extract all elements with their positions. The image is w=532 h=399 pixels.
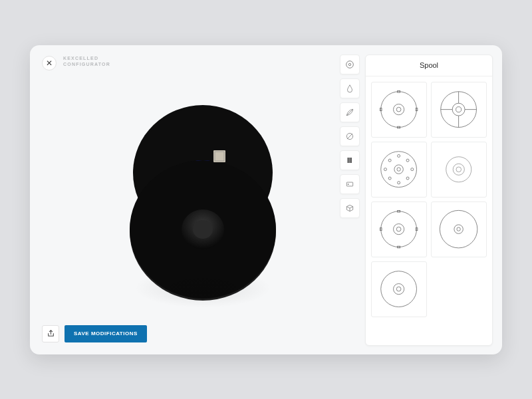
svg-point-14 — [348, 184, 349, 185]
svg-point-33 — [398, 182, 400, 184]
category-label[interactable] — [340, 174, 360, 194]
spool-option[interactable] — [371, 82, 427, 138]
svg-point-40 — [446, 156, 471, 182]
svg-point-39 — [406, 177, 409, 180]
svg-point-52 — [457, 227, 460, 231]
spool-icon — [344, 59, 355, 70]
svg-rect-13 — [346, 182, 352, 186]
config-sidebar: Spool — [340, 55, 493, 346]
options-panel: Spool — [365, 55, 493, 346]
close-button[interactable]: ✕ — [42, 56, 57, 70]
box-icon — [345, 203, 354, 213]
spool-option[interactable] — [371, 142, 427, 198]
category-material[interactable] — [340, 102, 360, 122]
svg-point-16 — [394, 104, 404, 114]
category-color[interactable] — [340, 78, 360, 98]
product-viewer[interactable] — [96, 92, 309, 305]
svg-line-12 — [347, 133, 352, 138]
svg-point-50 — [440, 210, 477, 247]
footer: SAVE MODIFICATIONS — [42, 325, 147, 342]
category-column — [340, 55, 360, 346]
app-title: KEXCELLED CONFIGURATOR — [63, 55, 110, 68]
app-title-line2: CONFIGURATOR — [63, 61, 110, 68]
spool-option[interactable] — [431, 82, 487, 138]
tag-icon — [345, 180, 354, 189]
share-button[interactable] — [42, 325, 59, 342]
spool-option[interactable] — [371, 201, 427, 257]
category-diameter[interactable] — [340, 126, 360, 146]
app-title-line1: KEXCELLED — [63, 55, 110, 62]
svg-point-41 — [453, 164, 464, 175]
category-texture[interactable] — [340, 150, 360, 170]
svg-point-36 — [389, 159, 392, 162]
spool-option[interactable] — [371, 261, 427, 317]
svg-point-38 — [389, 177, 392, 180]
svg-point-31 — [397, 168, 400, 171]
svg-point-54 — [394, 283, 404, 294]
svg-point-15 — [381, 92, 417, 128]
svg-point-10 — [348, 63, 350, 65]
svg-point-43 — [381, 211, 417, 247]
svg-point-37 — [406, 159, 409, 162]
svg-point-53 — [381, 271, 417, 307]
svg-point-24 — [456, 106, 462, 112]
svg-point-30 — [394, 165, 403, 174]
feather-icon — [345, 108, 354, 117]
spool-option[interactable] — [431, 142, 487, 198]
app-window: ✕ KEXCELLED CONFIGURATOR — [30, 45, 502, 354]
svg-point-44 — [394, 223, 404, 234]
svg-point-42 — [456, 167, 462, 172]
spool-option[interactable] — [431, 201, 487, 257]
svg-point-9 — [346, 61, 354, 68]
category-spool[interactable] — [340, 55, 360, 74]
svg-rect-7 — [213, 150, 225, 162]
svg-point-35 — [411, 168, 414, 170]
svg-point-6 — [193, 220, 213, 239]
slash-circle-icon — [345, 132, 354, 141]
close-icon: ✕ — [46, 59, 53, 68]
svg-point-55 — [397, 287, 402, 291]
options-grid — [366, 76, 492, 345]
svg-point-23 — [453, 103, 466, 116]
share-icon — [47, 329, 55, 338]
lines-icon — [345, 156, 354, 165]
ground-shadow — [123, 265, 283, 311]
svg-point-45 — [397, 227, 402, 231]
svg-point-51 — [454, 225, 463, 233]
panel-title: Spool — [366, 55, 492, 76]
svg-point-29 — [381, 152, 417, 188]
category-package[interactable] — [340, 198, 360, 218]
drop-icon — [345, 84, 354, 93]
svg-point-34 — [384, 168, 387, 170]
svg-point-17 — [397, 107, 402, 112]
svg-point-32 — [398, 154, 400, 157]
save-button[interactable]: SAVE MODIFICATIONS — [65, 325, 147, 342]
